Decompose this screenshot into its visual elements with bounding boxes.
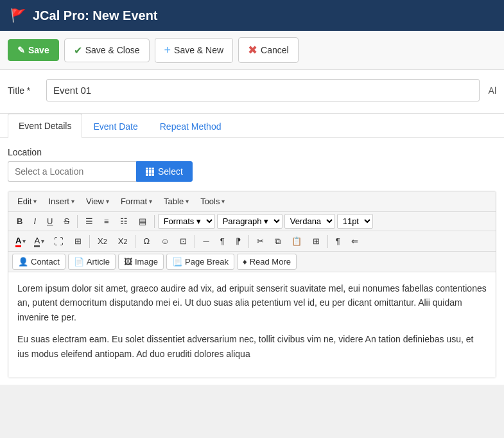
show-invisible-button[interactable]: ¶ bbox=[331, 234, 345, 249]
show-blocks-button[interactable]: ⁋ bbox=[231, 234, 245, 249]
page-break-icon: 📃 bbox=[172, 257, 182, 267]
insert-read-more-button[interactable]: ♦ Read More bbox=[237, 254, 297, 270]
special-char-button[interactable]: Ω bbox=[139, 234, 154, 249]
x-icon: ✖ bbox=[248, 43, 257, 57]
font-size-select[interactable]: 11pt bbox=[337, 214, 373, 229]
title-row: Title Al bbox=[8, 79, 496, 101]
view-chevron-icon: ▾ bbox=[106, 198, 109, 205]
align-justify-button[interactable]: ▤ bbox=[134, 214, 151, 229]
menu-table[interactable]: Table ▾ bbox=[159, 194, 194, 209]
cut-button[interactable]: ✂ bbox=[252, 234, 268, 249]
tab-event-details[interactable]: Event Details bbox=[8, 114, 82, 138]
editor-content[interactable]: Lorem ipsum dolor sit amet, graeco audir… bbox=[8, 272, 496, 378]
strikethrough-button[interactable]: S bbox=[59, 214, 74, 229]
bg-color-chevron-icon: ▾ bbox=[41, 238, 44, 245]
rtl-button[interactable]: ⇐ bbox=[347, 234, 363, 249]
check-icon: ✔ bbox=[74, 44, 82, 57]
edit-chevron-icon: ▾ bbox=[33, 198, 37, 205]
app-header: 🚩 JCal Pro: New Event bbox=[0, 0, 504, 31]
tab-repeat-method[interactable]: Repeat Method bbox=[149, 114, 232, 138]
editor-menubar: Edit ▾ Insert ▾ View ▾ Format ▾ Table ▾ … bbox=[8, 191, 496, 212]
formatting-bar-1: B I U S ☰ ≡ ☷ ▤ Formats ▾ Paragraph ▾ Ve… bbox=[8, 212, 496, 231]
underline-button[interactable]: U bbox=[42, 214, 57, 229]
location-row: Select bbox=[8, 161, 496, 182]
italic-button[interactable]: I bbox=[29, 214, 40, 229]
format-chevron-icon: ▾ bbox=[149, 198, 152, 205]
separator-2 bbox=[154, 215, 155, 228]
article-icon: 📄 bbox=[74, 257, 84, 267]
table-chevron-icon: ▾ bbox=[186, 198, 189, 205]
save-close-button[interactable]: ✔ Save & Close bbox=[64, 39, 150, 62]
cancel-button[interactable]: ✖ Cancel bbox=[238, 37, 299, 63]
image-icon: 🖼 bbox=[124, 257, 132, 267]
tab-event-date[interactable]: Event Date bbox=[82, 114, 148, 138]
align-right-button[interactable]: ☷ bbox=[116, 214, 132, 229]
insert-chevron-icon: ▾ bbox=[71, 198, 74, 205]
bg-color-a-icon: A bbox=[34, 236, 40, 247]
menu-edit[interactable]: Edit ▾ bbox=[12, 194, 42, 209]
separator-7 bbox=[327, 235, 328, 248]
emoji-button[interactable]: ☺ bbox=[156, 234, 173, 249]
tools-chevron-icon: ▾ bbox=[222, 198, 225, 205]
menu-tools[interactable]: Tools ▾ bbox=[195, 194, 230, 209]
main-toolbar: ✎ Save ✔ Save & Close + Save & New ✖ Can… bbox=[0, 31, 504, 70]
font-color-a-icon: A bbox=[15, 236, 21, 247]
plus-icon: + bbox=[164, 44, 171, 57]
font-select[interactable]: Verdana bbox=[284, 214, 335, 229]
paragraph-select[interactable]: Paragraph ▾ bbox=[217, 214, 282, 229]
save-new-button[interactable]: + Save & New bbox=[155, 38, 234, 63]
read-more-icon: ♦ bbox=[243, 257, 247, 267]
separator-3 bbox=[89, 235, 90, 248]
contact-icon: 👤 bbox=[18, 257, 28, 267]
insert-image-button[interactable]: 🖼 Image bbox=[118, 254, 164, 270]
subscript-button[interactable]: X2 bbox=[93, 234, 112, 249]
font-color-chevron-icon: ▾ bbox=[22, 238, 26, 245]
separator-1 bbox=[77, 215, 78, 228]
paste-button[interactable]: 📋 bbox=[287, 234, 306, 249]
save-button[interactable]: ✎ Save bbox=[8, 39, 59, 61]
location-select-button[interactable]: Select bbox=[136, 161, 193, 182]
align-left-button[interactable]: ☰ bbox=[81, 214, 98, 229]
align-center-button[interactable]: ≡ bbox=[100, 214, 114, 229]
content-area: Location Select Edit ▾ bbox=[0, 138, 504, 385]
superscript-button[interactable]: X2 bbox=[114, 234, 132, 249]
copy-button[interactable]: ⧉ bbox=[270, 234, 285, 249]
title-form-area: Title Al bbox=[0, 70, 504, 114]
location-input[interactable] bbox=[8, 161, 136, 182]
insert-article-button[interactable]: 📄 Article bbox=[68, 254, 116, 270]
separator-5 bbox=[195, 235, 195, 248]
menu-format[interactable]: Format ▾ bbox=[116, 194, 157, 209]
bold-button[interactable]: B bbox=[12, 214, 27, 229]
font-color-button[interactable]: A ▾ bbox=[12, 234, 29, 249]
editor-insert-bar: 👤 Contact 📄 Article 🖼 Image 📃 Page Break… bbox=[8, 252, 496, 272]
separator-6 bbox=[248, 235, 249, 248]
content-paragraph-1: Lorem ipsum dolor sit amet, graeco audir… bbox=[17, 281, 487, 324]
title-label: Title bbox=[8, 85, 40, 96]
menu-view[interactable]: View ▾ bbox=[81, 194, 114, 209]
al-label: Al bbox=[489, 85, 496, 96]
content-paragraph-2: Eu suas electram eam. Eu solet dissentie… bbox=[17, 332, 487, 361]
table-insert-button[interactable]: ⊞ bbox=[70, 234, 86, 249]
save-icon: ✎ bbox=[17, 45, 25, 55]
insert-contact-button[interactable]: 👤 Contact bbox=[12, 254, 65, 270]
editor-wrapper: Edit ▾ Insert ▾ View ▾ Format ▾ Table ▾ … bbox=[8, 191, 496, 378]
app-icon: 🚩 bbox=[10, 8, 26, 23]
media-button[interactable]: ⊡ bbox=[175, 234, 191, 249]
menu-insert[interactable]: Insert ▾ bbox=[43, 194, 80, 209]
insert-page-break-button[interactable]: 📃 Page Break bbox=[166, 254, 234, 270]
location-label: Location bbox=[8, 147, 496, 157]
hr-button[interactable]: ─ bbox=[198, 234, 213, 249]
fullscreen-button[interactable]: ⛶ bbox=[49, 233, 68, 249]
select-grid-icon bbox=[146, 168, 154, 176]
title-input[interactable] bbox=[46, 79, 480, 101]
tabs-bar: Event Details Event Date Repeat Method bbox=[0, 114, 504, 138]
app-title: JCal Pro: New Event bbox=[33, 8, 158, 23]
formats-select[interactable]: Formats ▾ bbox=[158, 214, 215, 229]
separator-4 bbox=[135, 235, 135, 248]
bg-color-button[interactable]: A ▾ bbox=[31, 234, 48, 249]
formatting-bar-2: A ▾ A ▾ ⛶ ⊞ X2 X2 Ω ☺ ⊡ ─ ¶ ⁋ ✂ ⧉ 📋 ⊞ bbox=[8, 231, 496, 252]
pilcrow-button[interactable]: ¶ bbox=[216, 234, 229, 249]
paste-text-button[interactable]: ⊞ bbox=[308, 234, 324, 249]
